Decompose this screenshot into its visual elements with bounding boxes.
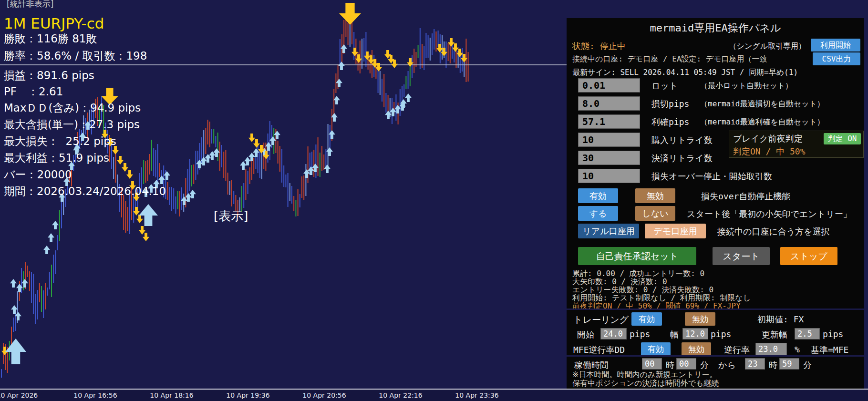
reverse-rate-unit: %	[795, 344, 800, 354]
reverse-rate-input[interactable]: 23.0	[755, 343, 787, 355]
status-label: 状態: 停止中	[572, 41, 626, 52]
hour-to-input[interactable]: 23	[745, 358, 765, 370]
stop-button[interactable]: ストップ	[780, 247, 837, 265]
trailing-label: トレーリング	[573, 314, 629, 326]
big-buy-arrow	[5, 339, 26, 364]
latest-signal-line: 最新サイン: SELL 2026.04.11 05:49 JST / 同期=早め…	[572, 68, 798, 78]
start-use-button[interactable]: 利用開始	[811, 39, 860, 51]
panel-title: mermaid専用EA操作パネル	[567, 21, 864, 35]
max-profit-stat: 最大利益：51.9 pips	[4, 151, 109, 165]
break-eve-judgement-tooltip: ブレイク前夜判定 判定 ON 判定ON / 中 50%	[729, 131, 864, 158]
show-toggle-label[interactable]: [表示]	[214, 208, 248, 225]
trailing-on-button[interactable]: 有効	[631, 312, 662, 326]
tooltip-title: ブレイク前夜判定	[733, 133, 803, 144]
ea-control-panel: mermaid専用EA操作パネル 状態: 停止中 （シングル取引専用） 利用開始…	[567, 18, 864, 389]
loss-over-enable-button[interactable]: 有効	[578, 188, 618, 203]
minute-unit: 分	[700, 360, 709, 371]
trail-start-label: 開始	[577, 329, 594, 340]
axis-time-label: 10 Apr 22:16	[379, 391, 422, 399]
lot-note: （最小ロット自動セット）	[700, 81, 793, 91]
maxdd-stat: MaxＤＤ(含み)：94.9 pips	[4, 101, 141, 115]
csv-export-button[interactable]: CSV出力	[813, 52, 860, 65]
buy-signal-arrows	[10, 44, 412, 320]
mfe-dd-label: MFE逆行率DD	[573, 344, 625, 356]
loss-over-trades-label: 損失オーバー停止・開始取引数	[651, 171, 772, 182]
stoploss-pips-note: （mermaid最適損切を自動セット）	[700, 99, 825, 109]
max-loss-stat: 最大損失： 25.2 pips	[4, 134, 116, 149]
candle-bars-green	[10, 45, 418, 360]
start-button[interactable]: スタート	[713, 247, 770, 265]
close-retry-input[interactable]: 30	[578, 151, 640, 165]
mfe-base-label: 基準=MFE	[811, 344, 848, 356]
tooltip-status: 判定ON / 中 50%	[733, 146, 806, 157]
hour-unit: 時	[666, 360, 674, 371]
mfe-on-button[interactable]: 有効	[641, 342, 671, 356]
axis-time-label: 10 Apr 18:16	[150, 391, 193, 399]
mfe-off-button[interactable]: 無効	[682, 342, 711, 356]
minute-to-input[interactable]: 59	[779, 358, 799, 370]
real-account-button[interactable]: リアル口座用	[578, 224, 639, 238]
takeprofit-pips-label: 利確pips	[651, 116, 689, 128]
self-responsibility-button[interactable]: 自己責任承認セット	[578, 247, 696, 265]
judgement-on-button[interactable]: 判定 ON	[824, 133, 861, 144]
trail-update-input[interactable]: 2.5	[795, 328, 820, 339]
profit-stat: 損益：891.6 pips	[4, 68, 94, 83]
max-floating-loss-stat: 最大含損(単一)：27.3 pips	[4, 117, 140, 132]
lot-label: ロット	[651, 80, 678, 92]
hour-from-input[interactable]: 00	[642, 358, 662, 370]
loss-over-disable-button[interactable]: 無効	[635, 188, 675, 203]
lot-input[interactable]: 0.01	[578, 78, 640, 93]
status-note: （シングル取引専用）	[729, 41, 806, 51]
loss-over-trades-input[interactable]: 10	[578, 169, 640, 183]
account-select-label: 接続中の口座に合う方を選択	[717, 226, 830, 237]
axis-time-label: 10 Apr 16:56	[73, 391, 117, 399]
first-arrow-entry-label: スタート後「最初の小矢印でエントリー」	[687, 208, 852, 220]
trail-width-label: 幅	[670, 329, 679, 340]
period-stat: 期間：2026.03.24/2026.04.10	[4, 184, 166, 199]
winrate-stat: 勝率：58.6% / 取引数：198	[4, 49, 147, 63]
bars-stat: バー：20000	[4, 167, 72, 182]
trailing-off-button[interactable]: 無効	[685, 312, 715, 326]
takeprofit-pips-input[interactable]: 57.1	[578, 114, 640, 129]
buy-retry-input[interactable]: 10	[578, 133, 640, 147]
divider	[567, 355, 864, 357]
trail-width-input[interactable]: 12.0	[682, 328, 708, 339]
takeprofit-pips-note: （mermaid最適利確を自動セット）	[700, 117, 825, 127]
loss-over-feature-label: 損失over自動停止機能	[701, 191, 790, 202]
operating-hours-label: 稼働時間	[574, 360, 609, 371]
account-line: 接続中の口座: デモ口座 / EA設定: デモ口座用（一致	[572, 54, 767, 64]
axis-time-label: 10 Apr 20:56	[302, 391, 346, 399]
from-label: から	[718, 360, 736, 371]
divider	[567, 308, 864, 310]
pf-stat: PF ：2.61	[4, 84, 63, 99]
axis-time-label: 10 Apr 2026	[0, 391, 38, 399]
big-sell-arrow	[339, 3, 361, 25]
initial-value-label: 初期値: FX	[757, 314, 804, 325]
stoploss-pips-label: 損切pips	[651, 98, 689, 110]
time-axis[interactable]: 10 Apr 202610 Apr 16:5610 Apr 18:1610 Ap…	[0, 389, 868, 401]
axis-time-label: 10 Apr 23:36	[455, 391, 498, 399]
trail-width-unit: pips	[711, 329, 731, 339]
first-arrow-entry-yes-button[interactable]: する	[578, 206, 618, 221]
hour-unit: 時	[769, 360, 777, 371]
big-buy-arrow	[139, 204, 158, 226]
axis-time-label: 10 Apr 19:36	[226, 391, 269, 399]
trail-start-input[interactable]: 24.0	[600, 328, 627, 339]
demo-account-button[interactable]: デモ口座用	[645, 224, 706, 238]
buy-retry-label: 購入リトライ数	[651, 134, 713, 146]
close-retry-label: 決済リトライ数	[651, 153, 713, 164]
reverse-rate-label: 逆行率	[724, 344, 750, 356]
minute-unit: 分	[803, 360, 812, 371]
trail-update-label: 更新幅	[762, 329, 787, 340]
winloss-stat: 勝敗：116勝 81敗	[4, 31, 97, 46]
trail-start-unit: pips	[630, 329, 650, 339]
note-line: 保有中ポジションの決済は時間外でも継続	[572, 379, 719, 389]
chart-symbol-title: 1M EURJPY-cd	[4, 15, 104, 32]
minute-from-input[interactable]: 00	[676, 358, 696, 370]
first-arrow-entry-no-button[interactable]: しない	[635, 206, 675, 221]
stats-toggle-label[interactable]: [統計非表示]	[7, 0, 53, 10]
trail-update-unit: pips	[823, 329, 843, 339]
stoploss-pips-input[interactable]: 8.0	[578, 96, 640, 111]
